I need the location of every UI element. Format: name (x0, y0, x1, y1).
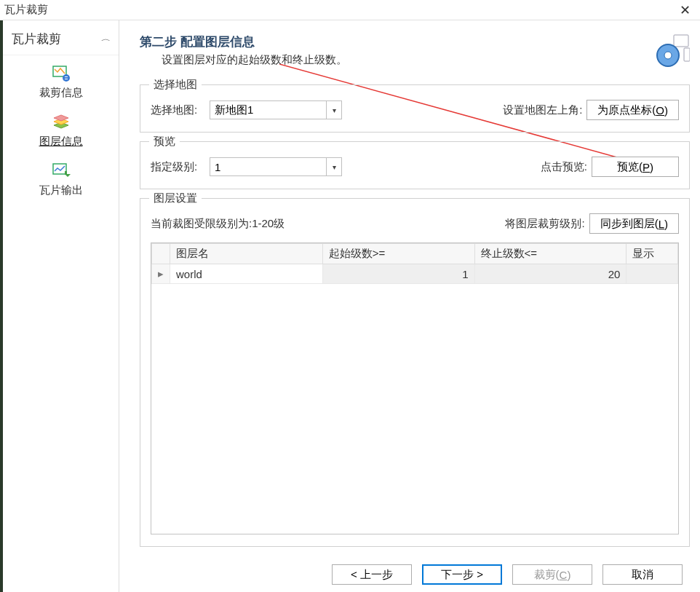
svg-point-1 (63, 74, 70, 82)
row-handle[interactable]: ▸ (152, 264, 170, 284)
legend-layer: 图层设置 (149, 192, 202, 205)
step-title: 第二步 配置图层信息 (140, 33, 655, 50)
sidebar: 瓦片裁剪 ︿ 裁剪信息 图层信息 瓦片输出 (3, 20, 119, 592)
dropdown-icon[interactable]: ▾ (326, 157, 342, 176)
back-button[interactable]: < 上一步 (332, 564, 412, 585)
crop-info-icon (3, 63, 119, 84)
sidebar-item-crop-info[interactable]: 裁剪信息 (3, 60, 119, 108)
cell-end[interactable]: 20 (474, 264, 627, 284)
corner-label: 设置地图左上角: (503, 103, 582, 117)
level-input[interactable] (210, 157, 326, 176)
level-label: 指定级别: (151, 160, 205, 174)
cell-start[interactable]: 1 (322, 264, 474, 284)
map-label: 选择地图: (151, 103, 205, 117)
level-combo[interactable]: ▾ (210, 157, 342, 176)
svg-rect-2 (65, 76, 68, 77)
main-layout: 瓦片裁剪 ︿ 裁剪信息 图层信息 瓦片输出 第二步 配置图层信息 设 (0, 20, 700, 592)
map-input[interactable] (210, 100, 326, 119)
col-start[interactable]: 起始级数>= (322, 244, 474, 264)
layer-grid[interactable]: 图层名 起始级数>= 终止级数<= 显示 ▸ world 1 2 (151, 242, 679, 534)
step-subtitle: 设置图层对应的起始级数和终止级数。 (140, 53, 655, 67)
sync-label: 将图层裁剪级别: (505, 217, 584, 231)
cell-show[interactable] (627, 264, 678, 284)
dropdown-icon[interactable]: ▾ (326, 100, 342, 119)
tile-output-icon (3, 160, 119, 182)
col-name[interactable]: 图层名 (170, 244, 323, 264)
next-button[interactable]: 下一步 > (422, 564, 502, 585)
click-preview-label: 点击预览: (541, 160, 587, 174)
set-origin-button[interactable]: 为原点坐标(O) (586, 100, 679, 120)
sidebar-item-label: 裁剪信息 (39, 86, 83, 100)
sidebar-item-layer-info[interactable]: 图层信息 (3, 108, 119, 157)
content-body: 选择地图 选择地图: ▾ 设置地图左上角: 为原点坐标(O) 预览 (140, 68, 690, 551)
legend-preview: 预览 (149, 135, 180, 149)
map-combo[interactable]: ▾ (210, 100, 342, 119)
crop-button: 裁剪(C) (512, 564, 592, 585)
svg-point-9 (664, 52, 672, 59)
limit-text: 当前裁图受限级别为:1-20级 (151, 217, 285, 231)
content: 第二步 配置图层信息 设置图层对应的起始级数和终止级数。 选择地图 选择地图: … (119, 20, 700, 592)
sidebar-header[interactable]: 瓦片裁剪 ︿ (3, 20, 119, 55)
titlebar: 瓦片裁剪 ✕ (0, 0, 700, 20)
col-end[interactable]: 终止级数<= (474, 244, 627, 264)
fieldset-map: 选择地图 选择地图: ▾ 设置地图左上角: 为原点坐标(O) (140, 84, 690, 133)
svg-rect-6 (674, 35, 688, 47)
legend-map: 选择地图 (149, 78, 202, 92)
layer-info-icon (3, 111, 119, 133)
col-show[interactable]: 显示 (627, 244, 678, 264)
cell-name[interactable]: world (170, 264, 323, 284)
preview-button[interactable]: 预览(P) (592, 157, 679, 177)
fieldset-layer: 图层设置 当前裁图受限级别为:1-20级 将图层裁剪级别: 同步到图层(L) (140, 198, 690, 547)
sidebar-item-tile-output[interactable]: 瓦片输出 (3, 157, 119, 206)
chevron-up-icon: ︿ (101, 35, 111, 43)
svg-rect-3 (65, 79, 68, 79)
sync-button[interactable]: 同步到图层(L) (589, 213, 679, 234)
svg-rect-4 (53, 164, 66, 174)
cancel-button[interactable]: 取消 (602, 564, 683, 585)
wizard-footer: < 上一步 下一步 > 裁剪(C) 取消 (140, 551, 690, 585)
step-header: 第二步 配置图层信息 设置图层对应的起始级数和终止级数。 (140, 33, 690, 68)
sidebar-item-label: 图层信息 (39, 135, 83, 149)
table-corner (152, 244, 170, 264)
table-row[interactable]: ▸ world 1 20 (152, 264, 678, 284)
svg-rect-7 (684, 48, 690, 61)
table-header-row: 图层名 起始级数>= 终止级数<= 显示 (152, 244, 678, 264)
svg-rect-5 (65, 171, 67, 175)
sidebar-title: 瓦片裁剪 (12, 31, 61, 47)
close-icon[interactable]: ✕ (674, 2, 696, 18)
sidebar-item-label: 瓦片输出 (39, 183, 83, 197)
fieldset-preview: 预览 指定级别: ▾ 点击预览: 预览(P) (140, 141, 690, 189)
disc-icon (655, 33, 690, 68)
window-title: 瓦片裁剪 (4, 3, 674, 17)
